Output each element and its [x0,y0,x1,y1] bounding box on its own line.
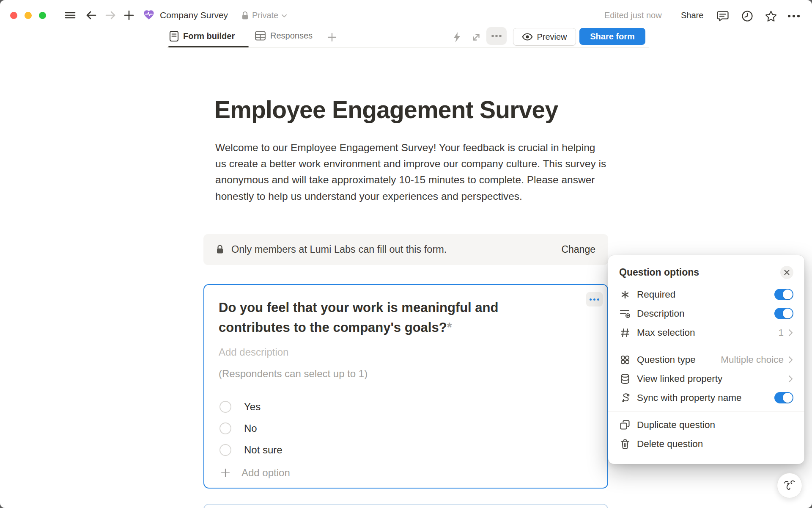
menu-item-delete-question[interactable]: Delete question [619,434,793,453]
chevron-right-icon [788,375,793,383]
duplicate-icon [619,419,631,431]
menu-item-view-linked-property[interactable]: View linked property [619,369,793,388]
tabbar-divider [167,47,649,48]
comments-icon[interactable] [716,10,729,22]
plus-icon [220,468,230,478]
question-options-menu: Question options Required Description [608,255,804,464]
back-arrow-icon[interactable] [85,10,97,21]
menu-title: Question options [619,267,780,278]
question-title[interactable]: Do you feel that your work is meaningful… [219,298,561,337]
add-description-placeholder[interactable]: Add description [219,346,288,358]
required-asterisk: * [447,320,452,335]
new-tab-icon[interactable] [123,10,134,21]
eye-icon [522,33,533,41]
question-type-icon [619,354,631,365]
more-options-icon[interactable] [787,12,801,20]
active-tab-underline [168,46,249,47]
share-form-button[interactable]: Share form [579,28,645,45]
asterisk-icon [619,289,631,300]
edited-status: Edited just now [604,11,662,20]
privacy-badge[interactable]: Private [241,11,287,20]
app-window: Company Survey Private Edited just now S… [0,0,812,508]
menu-item-sync-property-name[interactable]: Sync with property name [619,388,793,407]
next-question-card-edge[interactable] [203,504,608,508]
close-window-button[interactable] [10,12,17,19]
option-row-yes[interactable]: Yes [219,401,261,413]
description-toggle[interactable] [774,308,793,319]
ai-face-icon [783,478,796,493]
preview-button[interactable]: Preview [513,28,576,46]
chevron-right-icon [788,356,793,364]
sync-icon [619,392,631,403]
minimize-window-button[interactable] [25,12,32,19]
forward-arrow-icon[interactable] [104,10,116,21]
close-icon[interactable] [780,266,793,279]
favorite-star-icon[interactable] [764,10,778,22]
share-button[interactable]: Share [681,11,703,20]
menu-divider [608,346,804,346]
menu-item-duplicate-question[interactable]: Duplicate question [619,415,793,434]
menu-item-max-selection[interactable]: Max selection 1 [619,323,793,342]
option-row-not-sure[interactable]: Not sure [219,444,283,456]
form-description[interactable]: Welcome to our Employee Engagement Surve… [215,140,609,204]
add-tab-icon[interactable] [327,32,337,42]
sidebar-menu-icon[interactable] [64,10,76,20]
trash-icon [619,438,631,450]
menu-item-required[interactable]: Required [619,285,793,304]
zoom-window-button[interactable] [39,12,46,19]
menu-item-question-type[interactable]: Question type Multiple choice [619,350,793,369]
view-options-ellipsis-button[interactable] [486,27,507,45]
menu-divider [608,411,804,411]
privacy-label: Private [252,11,278,20]
tab-label: Responses [270,31,313,41]
preview-label: Preview [537,32,567,42]
page-emoji-heart-pulse-icon [143,9,155,22]
database-icon [619,373,631,384]
radio-icon[interactable] [219,401,231,413]
question-options-ellipsis-button[interactable] [586,292,603,306]
history-clock-icon[interactable] [741,10,754,22]
chevron-down-icon [281,14,287,18]
form-builder-icon [169,30,179,42]
selection-limit-hint: (Respondents can select up to 1) [219,368,368,380]
automations-lightning-icon[interactable] [452,31,462,43]
notion-ai-button[interactable] [777,473,802,498]
lock-icon [241,11,249,20]
radio-icon[interactable] [219,422,231,434]
required-toggle[interactable] [774,289,793,300]
share-form-label: Share form [590,32,635,41]
radio-icon[interactable] [219,444,231,456]
access-banner-text: Only members at Lumi Labs can fill out t… [231,244,554,255]
description-icon [619,308,631,319]
tab-form-builder[interactable]: Form builder [169,30,235,42]
document-title[interactable]: Company Survey [160,10,228,20]
sync-property-toggle[interactable] [774,392,793,403]
access-banner: Only members at Lumi Labs can fill out t… [203,234,608,265]
page-title[interactable]: Employee Engagement Survey [214,96,558,124]
responses-table-icon [255,30,266,41]
chevron-right-icon [788,329,793,337]
tab-label: Form builder [183,31,235,41]
tab-responses[interactable]: Responses [255,30,313,41]
option-row-no[interactable]: No [219,422,257,434]
lock-icon [216,245,224,254]
add-option-button[interactable]: Add option [220,467,290,479]
change-access-button[interactable]: Change [561,244,595,255]
hash-icon [619,327,631,338]
menu-item-description[interactable]: Description [619,304,793,323]
expand-arrows-icon[interactable] [470,31,482,43]
question-card[interactable]: Do you feel that your work is meaningful… [203,284,608,489]
